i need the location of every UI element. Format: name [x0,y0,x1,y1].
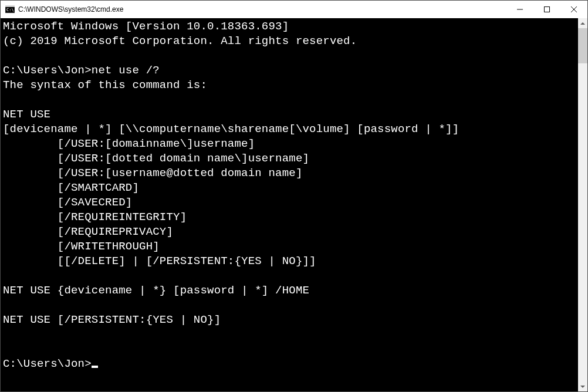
titlebar[interactable]: C:\ C:\WINDOWS\system32\cmd.exe [1,1,587,18]
text-cursor [92,366,98,368]
console-area: Microsoft Windows [Version 10.0.18363.69… [1,18,587,391]
maximize-button[interactable] [533,1,560,18]
window-controls [506,1,587,18]
cmd-window: C:\ C:\WINDOWS\system32\cmd.exe Microsof… [0,0,588,392]
svg-marker-8 [580,386,585,388]
svg-text:C:\: C:\ [6,8,14,12]
svg-marker-7 [580,22,585,25]
minimize-button[interactable] [506,1,533,18]
close-button[interactable] [560,1,587,18]
cmd-icon: C:\ [5,5,15,14]
console-output[interactable]: Microsoft Windows [Version 10.0.18363.69… [1,18,578,391]
svg-rect-1 [5,6,15,7]
svg-rect-4 [545,7,550,12]
scroll-up-button[interactable] [578,18,587,28]
window-title: C:\WINDOWS\system32\cmd.exe [18,5,506,13]
vertical-scrollbar[interactable] [578,18,587,391]
scroll-down-button[interactable] [578,381,587,391]
scroll-thumb[interactable] [578,28,587,63]
